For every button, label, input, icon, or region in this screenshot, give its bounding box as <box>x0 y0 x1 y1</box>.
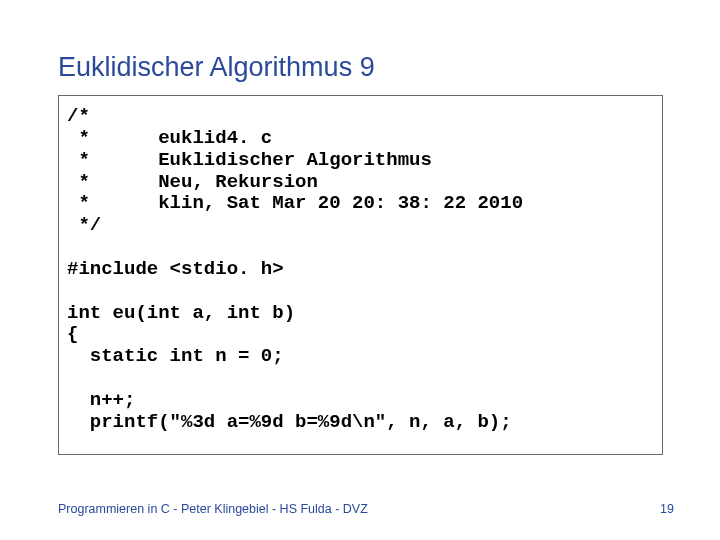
code-box: /* * euklid4. c * Euklidischer Algorithm… <box>58 95 663 455</box>
page-number: 19 <box>660 502 674 516</box>
slide-title: Euklidischer Algorithmus 9 <box>58 52 666 83</box>
slide: Euklidischer Algorithmus 9 /* * euklid4.… <box>0 0 720 540</box>
code-listing: /* * euklid4. c * Euklidischer Algorithm… <box>67 106 654 434</box>
footer-text: Programmieren in C - Peter Klingebiel - … <box>58 502 368 516</box>
